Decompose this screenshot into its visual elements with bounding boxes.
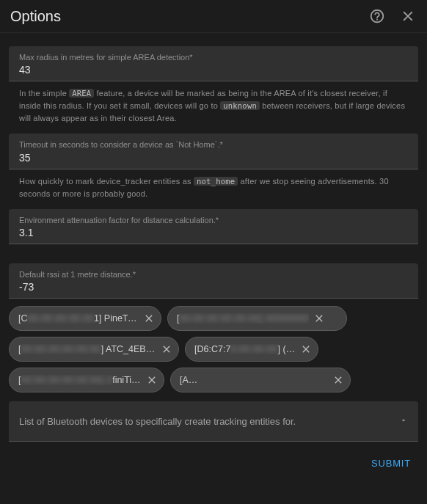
device-chip[interactable]: [00:00:00:00:00:00] 0finiTime [9,368,164,392]
device-chip[interactable]: [C00:00:00:00:001] PineTime [9,306,161,331]
timeout-help-text: How quickly to mark device_tracker entit… [9,169,418,203]
chip-label: [00:00:00:00:00:00] 0finiTime [18,375,142,385]
device-chip[interactable]: [A0:00:00:00:00:00] 000000000000 [170,368,351,392]
rssi-input[interactable] [19,281,408,293]
attenuation-label: Environment attenuation factor for dista… [19,215,408,225]
chip-label: [A0:00:00:00:00:00] 000000000000 [180,375,328,385]
dropdown-label: List of Bluetooth devices to specificall… [19,416,399,427]
max-radius-label: Max radius in metres for simple AREA det… [19,52,408,62]
chip-remove-icon[interactable] [299,342,313,357]
device-chip[interactable]: [D6:C7:70:00:00:00] (saved) [185,337,318,362]
chip-label: [00:00:00:00:00:00] ATC_4EB2B8 [18,344,156,354]
chip-label: [00:00:00:00:00:00] 00000000 [177,313,309,324]
code-unknown: unknown [220,101,260,110]
attenuation-field[interactable]: Environment attenuation factor for dista… [9,209,418,244]
device-chip[interactable]: [00:00:00:00:00:00] 00000000 [167,306,347,331]
chevron-down-icon [399,414,408,428]
chip-remove-icon[interactable] [312,311,326,326]
timeout-input[interactable] [19,152,408,164]
spacer [9,244,418,258]
chip-remove-icon[interactable] [145,373,159,387]
chip-remove-icon[interactable] [159,342,174,357]
form-body: Max radius in metres for simple AREA det… [0,33,427,299]
max-radius-input[interactable] [19,64,408,76]
code-not-home: not_home [194,177,238,186]
timeout-label: Timeout in seconds to consider a device … [19,139,408,150]
device-chips: [C00:00:00:00:001] PineTime[00:00:00:00:… [0,299,427,395]
device-chip[interactable]: [00:00:00:00:00:00] ATC_4EB2B8 [9,337,179,362]
chip-label: [C00:00:00:00:001] PineTime [18,313,139,324]
dialog-footer: SUBMIT [0,442,427,469]
max-radius-field[interactable]: Max radius in metres for simple AREA det… [9,46,418,81]
timeout-field[interactable]: Timeout in seconds to consider a device … [9,134,418,169]
dialog-title: Options [10,8,355,25]
close-icon[interactable] [399,7,417,25]
chip-remove-icon[interactable] [331,373,346,387]
help-text: How quickly to mark device_tracker entit… [19,177,194,186]
rssi-label: Default rssi at 1 metre distance.* [19,269,408,280]
attenuation-input[interactable] [19,227,408,238]
help-text: In the simple [19,89,69,98]
chip-label: [D6:C7:70:00:00:00] (saved) [194,344,296,354]
device-dropdown[interactable]: List of Bluetooth devices to specificall… [9,401,418,442]
dialog-header: Options [0,0,427,33]
area-help-text: In the simple AREA feature, a device wil… [9,81,418,128]
rssi-field[interactable]: Default rssi at 1 metre distance.* [9,263,418,299]
code-area: AREA [69,89,94,98]
chip-remove-icon[interactable] [142,311,156,326]
submit-button[interactable]: SUBMIT [371,458,411,469]
help-icon[interactable] [368,7,386,25]
